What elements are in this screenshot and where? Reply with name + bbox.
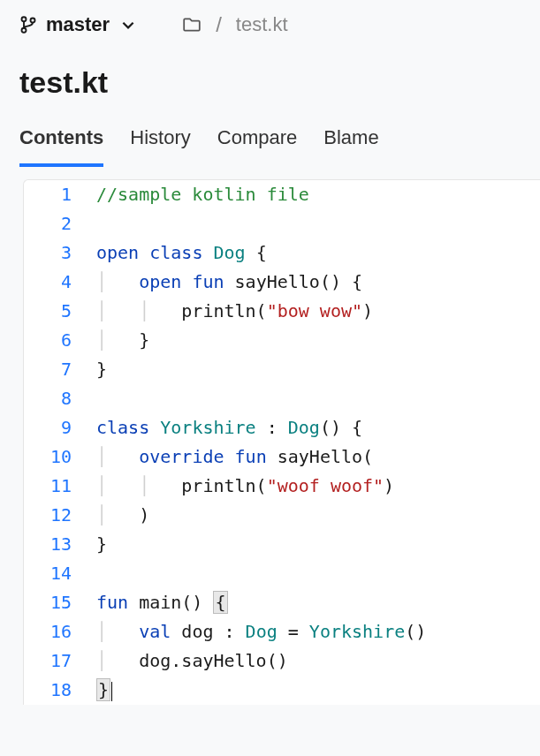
code-line[interactable]: 5│ │ println("bow wow") (24, 297, 540, 326)
code-line[interactable]: 4│ open fun sayHello() { (24, 268, 540, 297)
line-number[interactable]: 7 (24, 355, 91, 384)
code-line[interactable]: 1//sample kotlin file (24, 180, 540, 209)
branch-name: master (46, 13, 110, 36)
line-content[interactable]: } (91, 676, 112, 705)
line-content[interactable]: │ ) (91, 501, 149, 530)
line-content[interactable] (91, 209, 96, 238)
line-content[interactable]: │ val dog : Dog = Yorkshire() (91, 617, 426, 646)
svg-point-1 (22, 28, 27, 33)
breadcrumb-file[interactable]: test.kt (236, 13, 288, 36)
branch-selector[interactable]: master (19, 13, 136, 36)
code-line[interactable]: 11│ │ println("woof woof") (24, 472, 540, 501)
line-number[interactable]: 10 (24, 442, 91, 472)
tab-compare[interactable]: Compare (217, 126, 297, 167)
line-content[interactable]: │ open fun sayHello() { (91, 268, 362, 297)
code-lines[interactable]: 1//sample kotlin file23open class Dog {4… (24, 180, 540, 705)
line-content[interactable]: class Yorkshire : Dog() { (91, 413, 362, 442)
breadcrumb: / test.kt (182, 12, 287, 37)
tabs: Contents History Compare Blame (0, 109, 540, 167)
code-line[interactable]: 8 (24, 384, 540, 413)
line-number[interactable]: 4 (24, 268, 91, 297)
line-number[interactable]: 14 (24, 559, 91, 588)
line-content[interactable]: │ override fun sayHello( (91, 442, 373, 472)
code-line[interactable]: 7} (24, 355, 540, 384)
header-bar: master / test.kt (0, 0, 540, 49)
git-branch-icon (19, 16, 37, 34)
code-line[interactable]: 18} (24, 676, 540, 705)
line-content[interactable] (91, 559, 96, 588)
line-number[interactable]: 11 (24, 472, 91, 501)
code-line[interactable]: 13} (24, 530, 540, 559)
line-content[interactable]: } (91, 530, 107, 559)
line-number[interactable]: 16 (24, 617, 91, 646)
svg-point-0 (22, 17, 27, 21)
line-number[interactable]: 8 (24, 384, 91, 413)
line-content[interactable]: //sample kotlin file (91, 180, 309, 209)
line-number[interactable]: 18 (24, 676, 91, 705)
tab-blame[interactable]: Blame (323, 126, 378, 167)
folder-icon[interactable] (182, 15, 202, 34)
line-number[interactable]: 6 (24, 326, 91, 355)
line-number[interactable]: 5 (24, 297, 91, 326)
tab-contents[interactable]: Contents (19, 126, 103, 167)
code-line[interactable]: 6│ } (24, 326, 540, 355)
line-content[interactable]: │ │ println("bow wow") (91, 297, 373, 326)
line-content[interactable] (91, 384, 96, 413)
line-content[interactable]: open class Dog { (91, 238, 267, 268)
chevron-down-icon (120, 17, 136, 33)
line-content[interactable]: } (91, 355, 107, 384)
line-content[interactable]: │ │ println("woof woof") (91, 472, 394, 501)
code-line[interactable]: 12│ ) (24, 501, 540, 530)
line-number[interactable]: 12 (24, 501, 91, 530)
tab-history[interactable]: History (130, 126, 190, 167)
line-number[interactable]: 3 (24, 238, 91, 268)
line-number[interactable]: 15 (24, 588, 91, 617)
code-line[interactable]: 10│ override fun sayHello( (24, 442, 540, 472)
line-content[interactable]: │ } (91, 326, 149, 355)
line-content[interactable]: fun main() { (91, 588, 228, 617)
code-panel[interactable]: 1//sample kotlin file23open class Dog {4… (23, 179, 540, 705)
code-line[interactable]: 15fun main() { (24, 588, 540, 617)
line-number[interactable]: 17 (24, 646, 91, 676)
breadcrumb-separator: / (216, 12, 222, 37)
code-line[interactable]: 2 (24, 209, 540, 238)
code-line[interactable]: 16│ val dog : Dog = Yorkshire() (24, 617, 540, 646)
line-content[interactable]: │ dog.sayHello() (91, 646, 288, 676)
code-line[interactable]: 14 (24, 559, 540, 588)
page-title: test.kt (0, 49, 540, 109)
line-number[interactable]: 9 (24, 413, 91, 442)
code-line[interactable]: 17│ dog.sayHello() (24, 646, 540, 676)
svg-point-2 (31, 19, 35, 23)
line-number[interactable]: 1 (24, 180, 91, 209)
code-line[interactable]: 3open class Dog { (24, 238, 540, 268)
code-line[interactable]: 9class Yorkshire : Dog() { (24, 413, 540, 442)
line-number[interactable]: 2 (24, 209, 91, 238)
line-number[interactable]: 13 (24, 530, 91, 559)
